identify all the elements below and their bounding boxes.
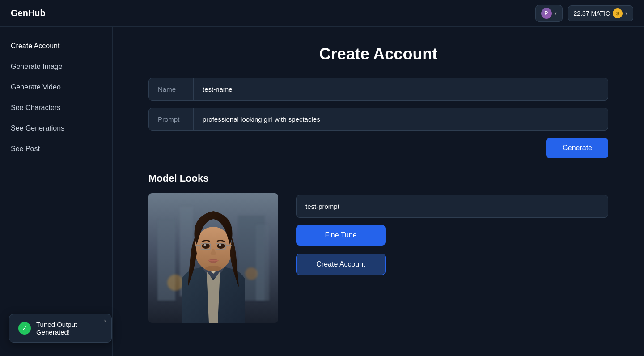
coin-icon: $ [613, 8, 623, 18]
avatar-icon: P [541, 8, 552, 19]
wallet-chevron-icon: ▾ [625, 11, 627, 16]
svg-point-11 [217, 243, 225, 249]
sidebar-item-see-characters[interactable]: See Characters [0, 97, 112, 118]
prompt-input[interactable] [194, 108, 608, 130]
generate-row: Generate [148, 138, 608, 158]
layout: Create Account Generate Image Generate V… [0, 27, 644, 356]
app-logo: GenHub [11, 8, 46, 18]
model-buttons: Fine Tune Create Account [296, 225, 608, 275]
name-label: Name [149, 78, 194, 100]
name-input[interactable] [194, 78, 608, 100]
svg-point-5 [167, 275, 183, 291]
svg-point-19 [205, 266, 221, 271]
wallet-button[interactable]: 22.37 MATIC $ ▾ [568, 5, 633, 21]
toast-notification: ✓ Tuned Output Generated! × [9, 314, 112, 343]
sidebar-item-generate-image[interactable]: Generate Image [0, 56, 112, 77]
topbar-right: P ▾ 22.37 MATIC $ ▾ [535, 5, 633, 22]
page-title: Create Account [148, 45, 608, 64]
model-prompt-input[interactable] [296, 195, 608, 218]
profile-button[interactable]: P ▾ [535, 5, 563, 22]
create-account-button[interactable]: Create Account [296, 254, 386, 275]
sidebar-item-create-account[interactable]: Create Account [0, 36, 112, 56]
prompt-field-row: Prompt [148, 108, 608, 131]
svg-point-12 [204, 244, 206, 246]
name-field-row: Name [148, 78, 608, 101]
topbar: GenHub P ▾ 22.37 MATIC $ ▾ [0, 0, 644, 27]
model-actions: Fine Tune Create Account [296, 193, 608, 275]
model-looks-row: Fine Tune Create Account [148, 193, 608, 323]
svg-rect-4 [256, 225, 269, 301]
prompt-label: Prompt [149, 108, 194, 130]
generate-button[interactable]: Generate [546, 138, 608, 158]
svg-point-13 [219, 244, 221, 246]
model-looks-title: Model Looks [148, 173, 608, 184]
sidebar-item-see-generations[interactable]: See Generations [0, 118, 112, 139]
toast-success-icon: ✓ [18, 322, 31, 335]
toast-message: Tuned Output Generated! [36, 321, 102, 336]
main-content: Create Account Name Prompt Generate Mode… [113, 27, 644, 356]
toast-close-button[interactable]: × [104, 318, 107, 324]
sidebar-item-generate-video[interactable]: Generate Video [0, 77, 112, 97]
sidebar: Create Account Generate Image Generate V… [0, 27, 113, 356]
sidebar-item-see-post[interactable]: See Post [0, 139, 112, 159]
svg-point-6 [245, 267, 258, 280]
fine-tune-button[interactable]: Fine Tune [296, 225, 386, 246]
model-image [148, 193, 278, 323]
profile-chevron-icon: ▾ [555, 11, 557, 16]
svg-point-10 [202, 243, 210, 249]
wallet-amount: 22.37 MATIC [574, 10, 610, 17]
